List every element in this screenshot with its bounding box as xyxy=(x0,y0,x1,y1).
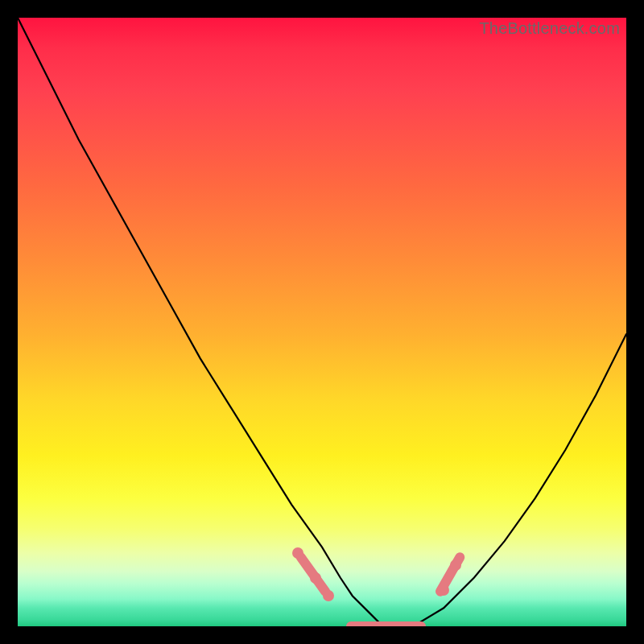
chart-frame: TheBottleneck.com xyxy=(0,0,644,644)
plot-area: TheBottleneck.com xyxy=(18,18,626,626)
watermark-text: TheBottleneck.com xyxy=(479,19,620,38)
highlight-flat-segment xyxy=(346,621,425,626)
bottleneck-curve xyxy=(18,18,626,626)
